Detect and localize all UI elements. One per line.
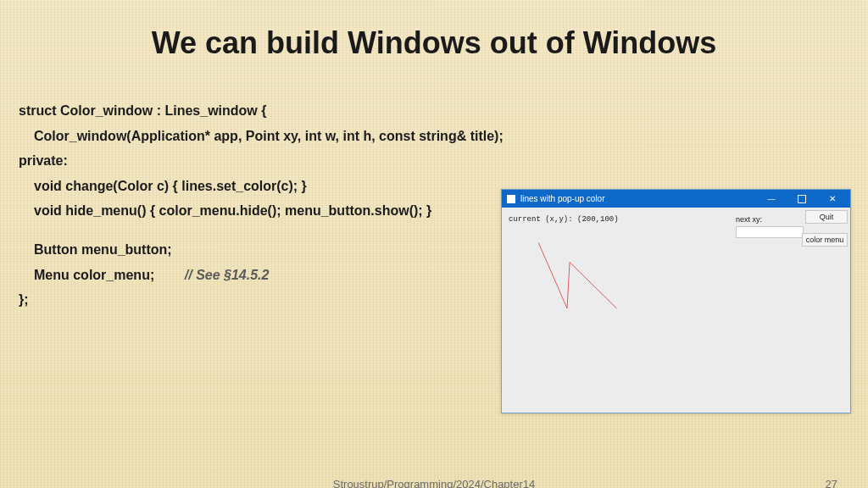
drawn-lines [502, 208, 850, 413]
code-line: void change(Color c) { lines.set_color(c… [19, 174, 502, 199]
code-line: }; [19, 287, 502, 313]
next-xy-label: next xy: [736, 215, 762, 224]
close-icon[interactable] [820, 190, 845, 208]
blank-line [19, 224, 502, 237]
page-number: 27 [826, 478, 837, 488]
footer-source: Stroustrup/Programming/2024/Chapter14 [333, 478, 535, 488]
maximize-icon[interactable] [789, 190, 815, 208]
color-menu-button[interactable]: color menu [802, 233, 848, 247]
current-xy-label: current (x,y): (200,100) [509, 215, 619, 224]
app-icon [507, 195, 515, 203]
code-text: Menu color_menu; [34, 268, 154, 282]
quit-button[interactable]: Quit [805, 210, 848, 224]
code-line: private: [19, 148, 502, 174]
code-line: void hide_menu() { color_menu.hide(); me… [19, 198, 502, 224]
next-xy-input[interactable] [736, 226, 804, 238]
code-line: Menu color_menu; // See §14.5.2 [19, 263, 502, 288]
example-window: lines with pop-up color current (x,y): (… [501, 189, 851, 413]
code-line: struct Color_window : Lines_window { [19, 98, 502, 124]
code-line: Button menu_button; [19, 237, 502, 263]
window-titlebar: lines with pop-up color [502, 190, 850, 208]
slide-title: We can build Windows out of Windows [0, 25, 868, 61]
window-client: current (x,y): (200,100) next xy: Quit c… [502, 208, 850, 413]
window-title: lines with pop-up color [520, 194, 605, 203]
code-line: Color_window(Application* app, Point xy,… [19, 124, 502, 149]
code-block: struct Color_window : Lines_window { Col… [19, 98, 502, 313]
minimize-icon[interactable] [759, 190, 784, 208]
code-comment: // See §14.5.2 [185, 268, 270, 282]
